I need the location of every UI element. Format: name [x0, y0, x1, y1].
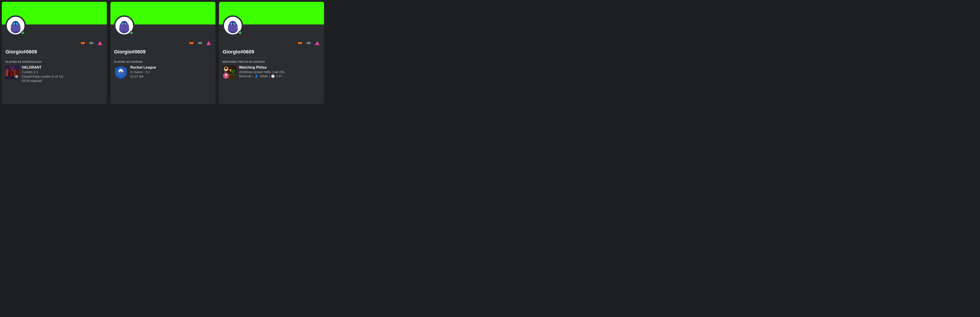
profile-card-2: Giorgio#0609 PLAYING AS GIORGIO: [110, 2, 215, 104]
svg-point-36: [299, 43, 301, 44]
activity-text-2: Rocket League In Game - 3:1 01:07 left: [130, 65, 212, 79]
divider-2: [114, 57, 212, 58]
moon-icon-2[interactable]: [197, 40, 203, 46]
header-icons-2: [188, 40, 212, 46]
card-body-1: Giorgio#0609 PLAYING AS GIORGIO#1234: [2, 48, 107, 87]
activity-detail-1-2: Closed Party Leader (1 of 12): [22, 75, 103, 79]
activity-detail-3-1: christmas stream hello :) we chil...: [239, 70, 320, 75]
stream-time: 2:47:...: [276, 75, 285, 78]
activity-detail-1-3: 03:59 elapsed: [22, 79, 103, 83]
card-body-3: Giorgio#0609 WATCHING TWITCH AS GIORGIO: [219, 48, 324, 83]
divider-3: [223, 57, 320, 58]
activity-detail-2-2: 01:07 left: [130, 75, 212, 79]
twitch-thumbnail: [223, 65, 236, 79]
activity-title-3: Watching Philza: [239, 65, 320, 70]
activity-row-2: Rocket League In Game - 3:1 01:07 left: [114, 65, 212, 79]
activity-image-2: [114, 65, 127, 79]
activity-title-2: Rocket League: [130, 65, 212, 70]
valorant-badge: [14, 75, 19, 78]
triangle-icon-2[interactable]: [205, 40, 212, 46]
viewer-icon: 👤: [255, 75, 258, 78]
online-status-3: [238, 31, 242, 35]
svg-rect-49: [224, 68, 228, 69]
moon-icon-3[interactable]: [305, 40, 312, 46]
activity-image-3: [223, 65, 236, 79]
bat-icon-2[interactable]: [188, 40, 195, 46]
svg-point-46: [231, 70, 235, 73]
activity-text-1: VALORANT Custom 2-1 Closed Party Leader …: [22, 65, 103, 83]
twitch-meta: Minecraft | 👤 18580 | 🕐 2:47:...: [239, 75, 320, 78]
activity-text-3: Watching Philza christmas stream hello :…: [239, 65, 320, 78]
streamer-thumb: [223, 72, 229, 79]
svg-point-26: [191, 43, 192, 44]
triangle-icon[interactable]: [97, 40, 103, 46]
rocket-league-logo: [114, 65, 127, 79]
header-icons-3: [297, 40, 320, 46]
card-header-3: [219, 15, 324, 46]
activity-label-3: WATCHING TWITCH AS GIORGIO: [223, 61, 320, 63]
activity-detail-2-1: In Game - 3:1: [130, 70, 212, 75]
avatar-wrapper-3: [223, 15, 243, 36]
header-icons-1: [80, 40, 103, 46]
activity-detail-1-1: Custom 2-1: [22, 70, 103, 75]
username-1: Giorgio#0609: [5, 49, 103, 55]
twitch-separator-2: |: [269, 75, 270, 78]
username-3: Giorgio#0609: [223, 49, 320, 55]
activity-row-3: Watching Philza christmas stream hello :…: [223, 65, 320, 79]
avatar-wrapper-1: [5, 15, 26, 36]
svg-point-25: [125, 23, 126, 24]
valorant-thumbnail: [5, 65, 19, 79]
activity-row-1: VALORANT Custom 2-1 Closed Party Leader …: [5, 65, 103, 83]
bat-icon[interactable]: [80, 40, 86, 46]
activity-title-1: VALORANT: [22, 65, 103, 70]
svg-point-7: [82, 43, 83, 44]
svg-point-51: [225, 74, 227, 76]
svg-point-44: [230, 69, 231, 71]
divider-1: [5, 57, 103, 58]
viewer-count: 18580: [259, 75, 268, 78]
card-header-2: [110, 15, 215, 46]
username-2: Giorgio#0609: [114, 49, 212, 55]
activity-image-1: [5, 65, 19, 79]
profile-card-3: Giorgio#0609 WATCHING TWITCH AS GIORGIO: [219, 2, 324, 104]
svg-point-35: [234, 23, 234, 24]
twitch-game: Minecraft: [239, 75, 251, 78]
card-body-2: Giorgio#0609 PLAYING AS GIORGIO: [110, 48, 215, 83]
activity-label-1: PLAYING AS GIORGIO#1234: [5, 61, 103, 63]
activity-label-2: PLAYING AS GIORGIO: [114, 61, 212, 63]
bat-icon-3[interactable]: [297, 40, 303, 46]
online-status-1: [21, 31, 25, 35]
profile-card-1: Giorgio#0609 PLAYING AS GIORGIO#1234: [2, 2, 107, 104]
svg-point-5: [14, 23, 15, 24]
clock-icon: 🕐: [271, 75, 275, 78]
svg-point-6: [16, 23, 17, 24]
triangle-icon-3[interactable]: [314, 40, 320, 46]
avatar-wrapper-2: [114, 15, 134, 36]
svg-point-24: [123, 23, 124, 24]
svg-point-34: [231, 23, 232, 24]
online-status-2: [129, 31, 134, 35]
twitch-separator-1: |: [252, 75, 253, 78]
moon-icon[interactable]: [88, 40, 95, 46]
card-header-1: [2, 15, 107, 46]
